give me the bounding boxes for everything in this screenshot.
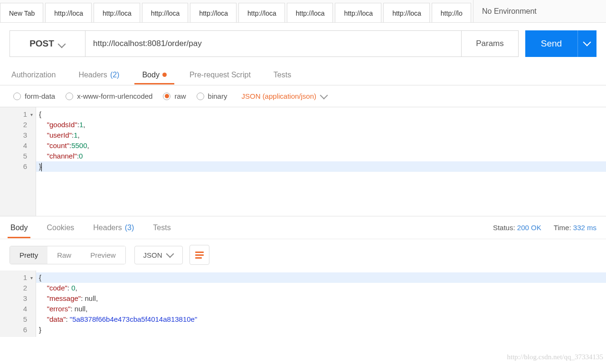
time-label: Time: 332 ms [554, 224, 597, 232]
view-preview[interactable]: Preview [81, 246, 125, 264]
view-pretty[interactable]: Pretty [10, 246, 47, 264]
radio-raw[interactable]: raw [163, 92, 186, 100]
radio-icon [163, 93, 170, 100]
status-label: Status: 200 OK [493, 224, 541, 232]
tab-prerequest[interactable]: Pre-request Script [188, 66, 253, 84]
resp-tab-cookies[interactable]: Cookies [46, 218, 75, 238]
radio-form-data[interactable]: form-data [13, 92, 55, 100]
time-value: 332 ms [573, 224, 597, 232]
wrap-icon [195, 252, 204, 259]
tab-label: New Tab [9, 9, 35, 17]
format-select[interactable]: JSON [134, 246, 183, 264]
radio-icon [197, 93, 204, 100]
request-tabs-strip: New Tab http://loca http://loca http://l… [0, 0, 473, 22]
tab-item[interactable]: http://lo [432, 3, 471, 22]
response-body-editor[interactable]: 1 2 3 4 5 6 { "code": 0, "message": null… [0, 271, 606, 337]
response-tabs: Body Cookies Headers (3) Tests [9, 218, 493, 238]
send-button[interactable]: Send [525, 30, 578, 57]
resp-headers-count: (3) [125, 224, 134, 232]
view-raw[interactable]: Raw [47, 246, 81, 264]
view-mode-group: Pretty Raw Preview [9, 246, 126, 264]
wrap-toggle[interactable] [189, 245, 209, 265]
tab-body[interactable]: Body [140, 66, 168, 84]
tab-item[interactable]: http://loca [45, 3, 92, 22]
chevron-down-icon [59, 40, 66, 47]
tab-item[interactable]: http://loca [383, 3, 430, 22]
radio-icon [13, 93, 21, 100]
modified-indicator-icon [162, 73, 167, 77]
tab-new[interactable]: New Tab [0, 3, 43, 22]
line-gutter: 1 2 3 4 5 6 [0, 271, 36, 337]
response-header: Body Cookies Headers (3) Tests Status: 2… [0, 216, 606, 239]
http-method-select[interactable]: POST [9, 30, 85, 57]
tab-authorization[interactable]: Authorization [9, 66, 57, 84]
tab-item[interactable]: http://loca [238, 3, 285, 22]
tab-item[interactable]: http://loca [287, 3, 333, 22]
environment-selector[interactable]: No Environment [473, 0, 606, 22]
code-area[interactable]: { "goodsId":1, "userId":1, "count":5500,… [36, 107, 606, 216]
code-area[interactable]: { "code": 0, "message": null, "errors": … [36, 271, 606, 337]
send-dropdown[interactable] [578, 30, 597, 57]
tab-headers[interactable]: Headers (2) [76, 66, 121, 84]
line-gutter: 1 2 3 4 5 6 [0, 107, 36, 216]
tab-tests[interactable]: Tests [272, 66, 293, 84]
response-meta: Status: 200 OK Time: 332 ms [493, 224, 597, 232]
request-builder: POST Params Send [0, 23, 606, 65]
chevron-down-icon [584, 40, 591, 47]
radio-binary[interactable]: binary [197, 92, 227, 100]
radio-icon [66, 93, 73, 100]
watermark: http://blog.csdn.net/qq_37334135 [507, 353, 604, 361]
radio-urlencoded[interactable]: x-www-form-urlencoded [66, 92, 152, 100]
tab-item[interactable]: http://loca [142, 3, 189, 22]
headers-count: (2) [110, 71, 120, 79]
params-button[interactable]: Params [462, 30, 519, 57]
top-bar: New Tab http://loca http://loca http://l… [0, 0, 606, 23]
resp-tab-tests[interactable]: Tests [152, 218, 171, 238]
request-section-tabs: Authorization Headers (2) Body Pre-reque… [0, 65, 606, 85]
tab-item[interactable]: http://loca [335, 3, 381, 22]
resp-tab-body[interactable]: Body [9, 218, 28, 238]
url-input[interactable] [85, 30, 462, 57]
tab-item[interactable]: http://loca [94, 3, 140, 22]
request-body-editor[interactable]: 1 2 3 4 5 6 { "goodsId":1, "userId":1, "… [0, 107, 606, 216]
response-toolbar: Pretty Raw Preview JSON [0, 239, 606, 271]
chevron-down-icon [167, 252, 174, 258]
resp-tab-headers[interactable]: Headers (3) [92, 218, 135, 238]
method-label: POST [29, 38, 54, 49]
text-cursor-icon [41, 163, 42, 171]
environment-label: No Environment [482, 7, 537, 16]
chevron-down-icon [321, 93, 328, 100]
content-type-select[interactable]: JSON (application/json) [241, 92, 328, 100]
tab-item[interactable]: http://loca [190, 3, 237, 22]
body-type-selector: form-data x-www-form-urlencoded raw bina… [0, 85, 606, 107]
status-value: 200 OK [517, 224, 541, 232]
